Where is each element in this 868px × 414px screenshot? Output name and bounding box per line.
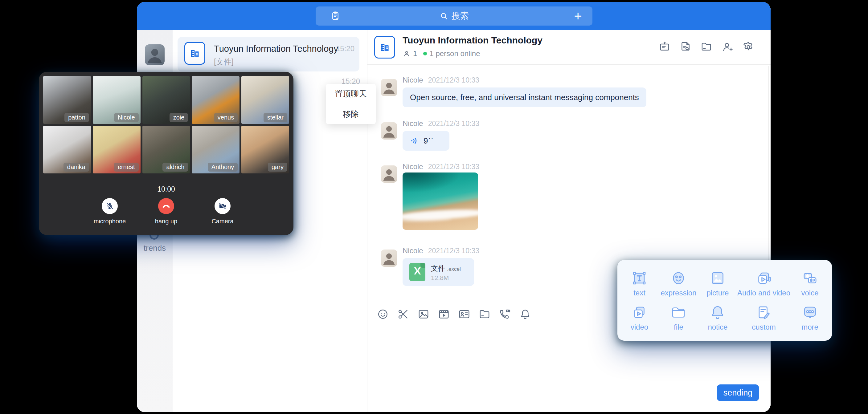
popup-item-custom[interactable]: custom [737, 300, 790, 335]
popup-item-label: video [631, 323, 648, 331]
settings-icon[interactable] [742, 41, 754, 53]
participant-name: gary [268, 163, 287, 171]
conversation-title: Tuoyun Information Technology [214, 44, 338, 54]
voice-message-bubble[interactable]: 9`` [403, 131, 450, 151]
popup-item-label: picture [707, 289, 729, 297]
screenshot-icon[interactable] [397, 308, 409, 320]
text-message-bubble[interactable]: Open source, free, and universal instant… [403, 88, 646, 107]
audio-video-icon [755, 269, 772, 287]
send-button[interactable]: sending [717, 384, 759, 401]
picture-icon[interactable] [417, 308, 430, 320]
notice-icon[interactable] [519, 308, 531, 320]
participant-name: venus [214, 113, 238, 122]
mic-muted-button[interactable] [102, 198, 118, 214]
more-icon [801, 304, 819, 321]
message-time: 2021/12/3 10:33 [428, 120, 479, 128]
chat-title: Tuoyun Information Technology [403, 35, 542, 45]
search-icon [439, 11, 448, 21]
video-call-icon[interactable] [499, 308, 511, 320]
popup-item-picture[interactable]: picture [698, 266, 737, 300]
control-label: Camera [212, 218, 233, 225]
popup-item-label: expression [660, 289, 696, 297]
group-avatar [374, 36, 395, 59]
video-tile: venus [192, 76, 240, 124]
folder-icon[interactable] [700, 41, 713, 53]
sender-avatar[interactable] [381, 79, 397, 96]
popup-item-audio-and-video[interactable]: Audio and video [737, 266, 790, 300]
online-dot [423, 52, 427, 56]
popup-item-label: more [801, 323, 818, 331]
excel-file-icon: X [409, 263, 425, 281]
video-icon [631, 304, 648, 321]
popup-item-label: text [633, 289, 646, 297]
file-message-card[interactable]: X 文件 .excel 12.8M [403, 258, 474, 286]
participant-name: patton [64, 113, 89, 122]
popup-item-text[interactable]: text [620, 266, 659, 300]
file-ext: .excel [447, 266, 461, 272]
video-tile: gary [241, 126, 289, 173]
chat-header-actions [658, 41, 754, 53]
my-avatar[interactable] [145, 44, 164, 65]
video-tile: patton [43, 76, 91, 124]
chat-header: Tuoyun Information Technology 1 1 person… [367, 30, 771, 65]
participant-name: zoie [169, 113, 188, 122]
emoji-icon[interactable] [377, 308, 389, 320]
message-time: 2021/12/3 10:33 [428, 163, 479, 171]
popup-item-voice[interactable]: voice [790, 266, 830, 300]
sender-name: Nicole [403, 247, 423, 255]
member-count: 1 [413, 49, 417, 58]
message-time: 2021/12/3 10:33 [428, 247, 479, 255]
conversation-time: 15:20 [336, 44, 354, 53]
popup-item-notice[interactable]: notice [698, 300, 737, 335]
voice-icon [801, 269, 819, 287]
message-time: 2021/12/3 10:33 [428, 76, 479, 85]
menu-item-remove[interactable]: 移除 [326, 104, 376, 124]
search-placeholder[interactable]: 搜索 [452, 10, 469, 22]
group-avatar [184, 42, 205, 65]
call-controls: microphonehang upCamera [39, 198, 293, 225]
popup-item-expression[interactable]: expression [659, 266, 698, 300]
chat-pane: Tuoyun Information Technology 1 1 person… [367, 30, 771, 412]
sender-avatar[interactable] [381, 122, 397, 139]
control-label: hang up [155, 218, 177, 225]
custom-icon [755, 304, 772, 321]
conversation-preview: [文件] [214, 57, 234, 67]
chat-record-icon[interactable] [330, 10, 341, 22]
message-toolbar [377, 308, 531, 320]
participant-name: stellar [264, 113, 287, 122]
conversation-context-menu: 置顶聊天 移除 [326, 84, 376, 124]
file-icon[interactable] [478, 308, 491, 320]
popup-item-label: file [674, 323, 683, 331]
conversation-item-selected[interactable]: Tuoyun Information Technology [文件] 15:20 [178, 37, 360, 71]
hang-up-button[interactable] [158, 198, 174, 214]
contact-card-icon[interactable] [458, 308, 470, 320]
participant-name: ernest [114, 163, 139, 171]
camera-muted-button[interactable] [215, 198, 230, 214]
search-bar[interactable]: 搜索 + [316, 6, 592, 26]
video-icon[interactable] [438, 308, 450, 320]
popup-item-more[interactable]: more [790, 300, 830, 335]
add-member-icon[interactable] [721, 41, 734, 53]
image-message[interactable] [403, 172, 478, 230]
voice-duration: 9`` [424, 136, 433, 146]
sender-avatar[interactable] [381, 165, 397, 183]
popup-item-label: Audio and video [737, 289, 790, 297]
add-button[interactable]: + [574, 8, 582, 24]
members-icon [403, 50, 410, 58]
video-tile: danika [43, 126, 91, 173]
file-size: 12.8M [431, 274, 449, 282]
call-duration: 10:00 [39, 185, 293, 193]
notice-board-icon[interactable] [658, 41, 671, 53]
popup-item-label: notice [708, 323, 727, 331]
sender-name: Nicole [403, 76, 423, 85]
voice-icon [410, 136, 419, 146]
sender-name: Nicole [403, 162, 423, 171]
popup-item-file[interactable]: file [659, 300, 698, 335]
popup-item-label: custom [752, 323, 776, 331]
nav-item-trends[interactable]: trends [137, 243, 173, 253]
sender-avatar[interactable] [381, 250, 397, 267]
video-tile: Anthony [192, 126, 240, 173]
doc-search-icon[interactable] [679, 41, 692, 53]
popup-item-video[interactable]: video [620, 300, 659, 335]
menu-item-pin-chat[interactable]: 置顶聊天 [326, 84, 376, 104]
